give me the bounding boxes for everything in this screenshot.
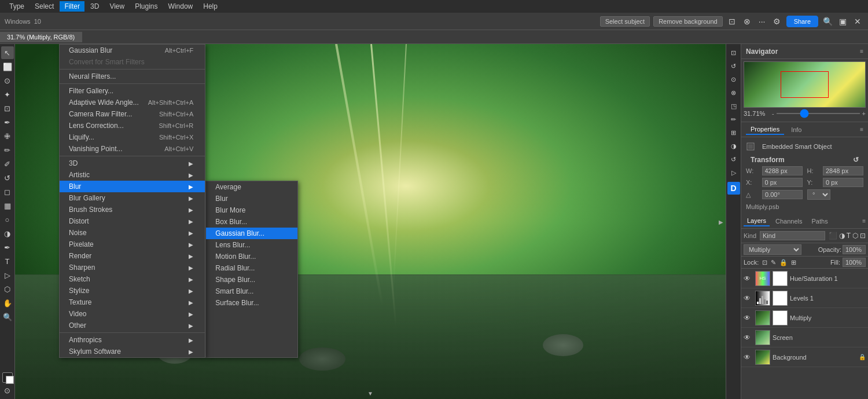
layer-eye-hue-saturation[interactable]: 👁 bbox=[744, 274, 753, 283]
tool-path[interactable]: ▷ bbox=[1, 269, 14, 281]
tool-clone[interactable]: ✐ bbox=[1, 158, 14, 170]
layer-filter-pixel-icon[interactable]: ⬛ bbox=[829, 232, 837, 240]
blur-blur-item[interactable]: Blur bbox=[206, 193, 297, 204]
tool-dodge[interactable]: ◑ bbox=[1, 227, 14, 240]
right-icon-color[interactable]: ◑ bbox=[727, 140, 740, 152]
layer-eye-background[interactable]: 👁 bbox=[744, 353, 753, 361]
tool-blur[interactable]: ○ bbox=[1, 213, 14, 226]
filter-anthropics-item[interactable]: Anthropics ▶ bbox=[60, 334, 205, 346]
right-icon-rotate[interactable]: ↺ bbox=[727, 60, 740, 72]
filter-sketch-item[interactable]: Sketch ▶ bbox=[60, 273, 205, 285]
tool-marquee[interactable]: ⬜ bbox=[1, 60, 14, 73]
filter-gallery-item[interactable]: Filter Gallery... bbox=[60, 85, 205, 97]
right-icon-nav[interactable]: ⊡ bbox=[727, 46, 740, 59]
right-icon-mask[interactable]: ⊗ bbox=[727, 86, 740, 99]
filter-other-item[interactable]: Other ▶ bbox=[60, 320, 205, 331]
filter-pixelate-item[interactable]: Pixelate ▶ bbox=[60, 239, 205, 250]
blur-box-blur-item[interactable]: Box Blur... bbox=[206, 216, 297, 228]
lock-all-icon[interactable]: 🔒 bbox=[779, 259, 788, 266]
layer-item-background[interactable]: 👁 Background 🔒 bbox=[741, 347, 868, 367]
remove-background-button[interactable]: Remove background bbox=[653, 16, 723, 27]
blur-shape-blur-item[interactable]: Shape Blur... bbox=[206, 274, 297, 285]
right-icon-brush[interactable]: ✏ bbox=[727, 113, 740, 126]
right-icon-select[interactable]: ⊙ bbox=[727, 73, 740, 86]
info-tab[interactable]: Info bbox=[786, 125, 806, 134]
layers-collapse[interactable]: ≡ bbox=[862, 218, 866, 224]
menu-view[interactable]: View bbox=[105, 1, 129, 12]
layer-filter-type-icon[interactable]: T bbox=[847, 232, 851, 240]
filter-vanishing-point-item[interactable]: Vanishing Point... Alt+Ctrl+V bbox=[60, 143, 205, 155]
menu-window[interactable]: Window bbox=[164, 1, 198, 12]
tool-eraser[interactable]: ◻ bbox=[1, 185, 14, 198]
angle-input[interactable] bbox=[762, 190, 803, 199]
filter-render-item[interactable]: Render ▶ bbox=[60, 250, 205, 262]
channels-tab[interactable]: Channels bbox=[772, 217, 806, 226]
filter-video-item[interactable]: Video ▶ bbox=[60, 308, 205, 320]
layer-item-multiply[interactable]: 👁 Multiply bbox=[741, 308, 868, 328]
height-input[interactable] bbox=[823, 166, 863, 175]
blend-mode-select[interactable]: Multiply Normal Screen bbox=[744, 244, 801, 255]
angle-unit-select[interactable]: ° bbox=[807, 189, 830, 200]
tool-crop[interactable]: ⊡ bbox=[1, 102, 14, 115]
filter-brush-strokes-item[interactable]: Brush Strokes ▶ bbox=[60, 204, 205, 215]
lock-artboard-icon[interactable]: ⊞ bbox=[791, 259, 796, 266]
opacity-input[interactable] bbox=[843, 245, 866, 254]
menu-filter[interactable]: Filter bbox=[60, 1, 84, 12]
document-tab[interactable]: 31.7% (Multiply, RGB/8) bbox=[0, 32, 82, 42]
blur-average-item[interactable]: Average bbox=[206, 181, 297, 193]
tool-lasso[interactable]: ⊙ bbox=[1, 74, 14, 87]
tool-pen[interactable]: ✒ bbox=[1, 241, 14, 254]
filter-lens-correction-item[interactable]: Lens Correction... Shift+Ctrl+R bbox=[60, 120, 205, 131]
tool-eyedropper[interactable]: ✒ bbox=[1, 116, 14, 129]
filter-camera-raw-item[interactable]: Camera Raw Filter... Shift+Ctrl+A bbox=[60, 108, 205, 120]
blur-smart-blur-item[interactable]: Smart Blur... bbox=[206, 285, 297, 297]
tool-zoom[interactable]: 🔍 bbox=[1, 310, 14, 323]
navigator-collapse[interactable]: ≡ bbox=[860, 48, 863, 54]
layer-item-hue-saturation[interactable]: 👁 HS Hue/Saturation 1 bbox=[741, 269, 868, 288]
layers-tab[interactable]: Layers bbox=[744, 216, 770, 226]
more-icon[interactable]: ··· bbox=[756, 16, 768, 27]
tool-hand[interactable]: ✋ bbox=[1, 296, 14, 309]
close-icon[interactable]: ✕ bbox=[852, 16, 863, 27]
right-icon-ps-d[interactable]: D bbox=[727, 182, 740, 195]
lock-pixels-icon[interactable]: ✎ bbox=[771, 259, 776, 266]
share-button[interactable]: Share bbox=[786, 16, 818, 27]
tool-gradient[interactable]: ▦ bbox=[1, 199, 14, 212]
tool-quick-mask[interactable]: ⊙ bbox=[1, 384, 14, 397]
settings-icon[interactable]: ⚙ bbox=[771, 16, 783, 27]
blur-blur-more-item[interactable]: Blur More bbox=[206, 204, 297, 216]
menu-type[interactable]: Type bbox=[5, 1, 29, 12]
layer-eye-levels[interactable]: 👁 bbox=[744, 294, 753, 302]
tool-fg-color[interactable] bbox=[2, 372, 13, 383]
canvas-scroll-right[interactable]: ▶ bbox=[719, 218, 723, 225]
tool-move[interactable]: ↖ bbox=[1, 46, 14, 59]
layer-filter-shape-icon[interactable]: ⬡ bbox=[852, 232, 858, 240]
right-icon-history[interactable]: ↺ bbox=[727, 153, 740, 166]
menu-select[interactable]: Select bbox=[30, 1, 58, 12]
search-icon[interactable]: 🔍 bbox=[822, 16, 833, 27]
blur-radial-blur-item[interactable]: Radial Blur... bbox=[206, 262, 297, 274]
y-input[interactable] bbox=[823, 178, 863, 187]
properties-tab[interactable]: Properties bbox=[746, 125, 784, 135]
filter-sharpen-item[interactable]: Sharpen ▶ bbox=[60, 262, 205, 273]
right-icon-ruler[interactable]: ⊞ bbox=[727, 126, 740, 139]
filter-noise-item[interactable]: Noise ▶ bbox=[60, 227, 205, 239]
properties-collapse[interactable]: ≡ bbox=[860, 126, 863, 133]
menu-3d[interactable]: 3D bbox=[86, 1, 104, 12]
layer-filter-smart-icon[interactable]: ⊡ bbox=[860, 232, 866, 240]
filter-artistic-item[interactable]: Artistic ▶ bbox=[60, 169, 205, 181]
x-input[interactable] bbox=[762, 178, 803, 187]
filter-distort-item[interactable]: Distort ▶ bbox=[60, 215, 205, 227]
lock-position-icon[interactable]: ⊡ bbox=[762, 259, 767, 266]
canvas-scroll-down[interactable]: ▼ bbox=[367, 390, 373, 397]
filter-stylize-item[interactable]: Stylize ▶ bbox=[60, 285, 205, 296]
filter-neural-filters-item[interactable]: Neural Filters... bbox=[60, 71, 205, 82]
layer-item-levels[interactable]: 👁 Levels 1 bbox=[741, 288, 868, 308]
tool-magic-wand[interactable]: ✦ bbox=[1, 88, 14, 101]
layer-item-screen[interactable]: 👁 Screen bbox=[741, 328, 868, 347]
blur-surface-blur-item[interactable]: Surface Blur... bbox=[206, 297, 297, 309]
right-icon-actions[interactable]: ▷ bbox=[727, 166, 740, 179]
kind-input[interactable] bbox=[760, 231, 825, 240]
transform-icon[interactable]: ⊡ bbox=[726, 16, 738, 27]
tool-brush[interactable]: ✏ bbox=[1, 144, 14, 156]
